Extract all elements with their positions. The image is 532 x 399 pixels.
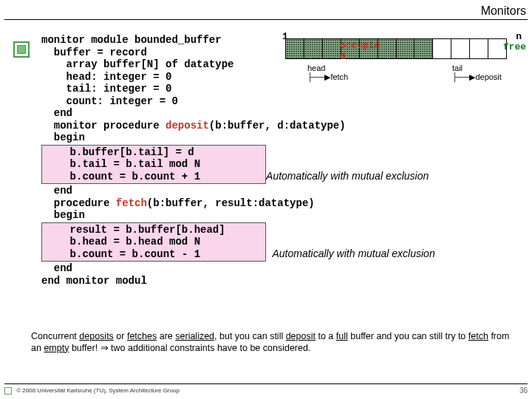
code-line: monitor module bounded_buffer bbox=[41, 34, 222, 46]
cell-occupied bbox=[304, 39, 323, 58]
text: deposits bbox=[79, 331, 114, 341]
text: are bbox=[157, 331, 175, 341]
cell-free bbox=[470, 39, 488, 58]
code-line: result = b.buffer[b.head] bbox=[45, 224, 225, 236]
label-free: free bbox=[503, 41, 526, 52]
code-line: head: integer = 0 bbox=[41, 71, 171, 83]
footnote: Concurrent deposits or fetches are seria… bbox=[31, 331, 520, 354]
tail-label: tail bbox=[452, 64, 463, 72]
text: buffer and you can still try to bbox=[348, 331, 468, 341]
label-n: n bbox=[516, 31, 522, 42]
code-line: end bbox=[41, 185, 72, 197]
code-line: tail: integer = 0 bbox=[41, 83, 171, 95]
buffer-diagram: 1 n occupied free head ├──▶fetch tail ├─… bbox=[281, 34, 525, 93]
deposit-label: deposit bbox=[475, 72, 501, 81]
code-line: b.tail = b.tail mod N bbox=[45, 158, 200, 170]
cell-free bbox=[433, 39, 451, 58]
text: d bbox=[340, 51, 346, 62]
code-line: end bbox=[41, 262, 72, 274]
arrow-icon: ⇒ bbox=[100, 343, 109, 353]
proc-fetch: fetch bbox=[116, 197, 147, 209]
code-line: (b:buffer, d:datatype) bbox=[209, 120, 346, 132]
text: deposit bbox=[286, 331, 316, 341]
tail-pointer: tail ├──▶deposit bbox=[452, 64, 502, 82]
footer-left: © 2008 Universität Karlsruhe (TU), Syste… bbox=[4, 387, 180, 395]
code-line: procedure bbox=[41, 197, 116, 209]
text: occupie bbox=[340, 40, 381, 51]
code-line: end bbox=[41, 107, 72, 119]
text: full bbox=[336, 331, 348, 341]
page-title: Monitors bbox=[0, 0, 532, 19]
text: Concurrent bbox=[31, 331, 79, 341]
highlight-box: b.buffer[b.tail] = d b.tail = b.tail mod… bbox=[41, 145, 266, 185]
arrow-icon: ├──▶ bbox=[307, 72, 330, 81]
text: or bbox=[114, 331, 127, 341]
code-line: array buffer[N] of datatype bbox=[41, 58, 233, 70]
cell-occupied bbox=[378, 39, 397, 58]
text: fetches bbox=[127, 331, 157, 341]
code-line: (b:buffer, result:datatype) bbox=[147, 197, 315, 209]
label-occupied: occupied bbox=[340, 40, 381, 62]
cell-occupied bbox=[286, 39, 304, 58]
copyright-text: © 2008 Universität Karlsruhe (TU), Syste… bbox=[16, 387, 180, 394]
code-line: end monitor modul bbox=[41, 275, 147, 287]
text: , but you can still bbox=[214, 331, 286, 341]
text: buffer! bbox=[69, 343, 100, 353]
mutex-note: Automatically with mutual exclusion bbox=[272, 248, 434, 259]
cell-occupied bbox=[323, 39, 341, 58]
text: to a bbox=[316, 331, 336, 341]
text: fetch bbox=[468, 331, 488, 341]
arrow-icon: ├──▶ bbox=[452, 72, 475, 81]
cell-occupied bbox=[415, 39, 433, 58]
cell-occupied bbox=[397, 39, 415, 58]
code-line: buffer = record bbox=[41, 47, 147, 58]
proc-deposit: deposit bbox=[166, 120, 209, 132]
footer: © 2008 Universität Karlsruhe (TU), Syste… bbox=[4, 383, 528, 395]
code-line: begin bbox=[41, 132, 85, 143]
logo-icon bbox=[4, 387, 12, 395]
code-line: b.head = b.head mod N bbox=[45, 236, 200, 248]
cell-free bbox=[451, 39, 470, 58]
code-line: count: integer = 0 bbox=[41, 95, 178, 107]
code-line: b.count = b.count + 1 bbox=[45, 171, 200, 183]
highlight-box: result = b.buffer[b.head] b.head = b.hea… bbox=[41, 222, 266, 262]
text: two additional constraints have to be co… bbox=[109, 343, 311, 353]
buffer-bar bbox=[285, 38, 507, 59]
code-line: b.buffer[b.tail] = d bbox=[45, 146, 194, 158]
head-pointer: head ├──▶fetch bbox=[307, 64, 348, 82]
code-line: monitor procedure bbox=[41, 120, 166, 132]
code-line: begin bbox=[41, 209, 85, 221]
text: empty bbox=[44, 343, 69, 353]
text: serialized bbox=[175, 331, 214, 341]
code-line: b.count = b.count - 1 bbox=[45, 248, 200, 260]
mutex-note: Automatically with mutual exclusion bbox=[266, 170, 429, 182]
bullet-icon bbox=[13, 41, 30, 58]
divider bbox=[4, 19, 528, 20]
head-label: head bbox=[307, 64, 325, 72]
page-number: 36 bbox=[519, 386, 528, 395]
fetch-label: fetch bbox=[330, 72, 348, 81]
